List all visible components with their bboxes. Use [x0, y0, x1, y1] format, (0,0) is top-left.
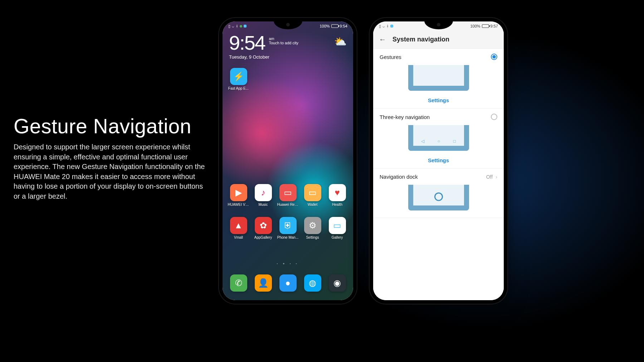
app-label: Fast App E... [228, 86, 249, 90]
option-gestures[interactable]: Gestures Settings [373, 49, 504, 109]
bluetooth-icon: ᚼ [386, 24, 389, 28]
app-phone-man-[interactable]: ⛨Phone Man... [277, 217, 299, 239]
home-key-icon: ○ [438, 139, 440, 144]
wallpaper [223, 21, 353, 300]
app-huawei-read[interactable]: ▭Huawei Read [277, 184, 299, 207]
status-time: 9:54 [340, 24, 347, 28]
headline: Gesture Navigation [14, 114, 207, 138]
status-chip-icon [390, 25, 393, 28]
body-text: Designed to support the larger screen ex… [14, 142, 207, 202]
app-settings[interactable]: ⚙Settings [302, 217, 323, 239]
phone-mockup-settings: ▯ ⌵ ᚼ 100% 9:57 ← System navigation Gest… [370, 18, 507, 304]
settings-title: System navigation [392, 36, 449, 43]
radio-unselected-icon[interactable] [491, 114, 497, 120]
health-icon: ♥ [329, 184, 346, 201]
option-label: Three-key navigation [380, 114, 430, 120]
fast-app-icon: ⚡ [230, 68, 247, 85]
app-label: Phone Man... [277, 235, 299, 239]
wallet-icon: ▭ [304, 184, 321, 201]
bluetooth-icon: ᚼ [236, 24, 238, 28]
gestures-illustration [408, 65, 469, 91]
app-wallet[interactable]: ▭Wallet [302, 184, 323, 207]
page-indicator: • ● • • [223, 262, 353, 265]
clock-ampm: am [269, 36, 274, 41]
app-appgallery[interactable]: ✿AppGallery [253, 217, 274, 239]
phone-mockup-home: ▯ ⌵ ᚼ 100% 9:54 9:54 am Touch to add cit… [219, 18, 357, 304]
weather-icon[interactable]: ⛅ [334, 33, 347, 48]
battery-percent: 100% [319, 24, 330, 28]
phone-man--icon: ⛨ [279, 217, 297, 234]
messages-icon: ● [279, 274, 297, 292]
battery-icon [482, 24, 489, 28]
status-time: 9:57 [491, 24, 498, 28]
app-label: Vmall [228, 235, 249, 239]
app-contacts[interactable]: 👤Contacts [253, 274, 274, 293]
back-button[interactable]: ← [379, 35, 386, 44]
option-label: Navigation dock [380, 174, 418, 180]
clock-date: Tuesday, 9 October [229, 54, 298, 60]
app-label: Huawei Read [277, 203, 299, 207]
home-apps-row1: ▶HUAWEI Vid...♪Music▭Huawei Read▭Wallet♥… [227, 184, 349, 207]
marketing-copy: Gesture Navigation Designed to support t… [14, 114, 207, 202]
threekey-settings-link[interactable]: Settings [380, 154, 497, 165]
sim-icon: ▯ [379, 24, 381, 29]
app-browser[interactable]: ◍Browser [302, 274, 323, 293]
gestures-settings-link[interactable]: Settings [380, 94, 497, 105]
vmall-icon: ▲ [230, 217, 247, 234]
browser-icon: ◍ [304, 274, 321, 292]
contacts-icon: 👤 [255, 274, 272, 292]
app-label: Wallet [302, 203, 323, 207]
app-messages[interactable]: ●Messages [277, 274, 299, 293]
status-chip-icon [244, 25, 247, 28]
back-key-icon: ◁ [421, 139, 424, 144]
option-nav-dock[interactable]: Navigation dock Off › [373, 169, 504, 218]
dock-value: Off [486, 174, 493, 180]
settings-icon: ⚙ [304, 217, 321, 234]
option-label: Gestures [380, 54, 401, 60]
sim-icon: ▯ [228, 24, 230, 29]
settings-header: ← System navigation [373, 31, 504, 49]
wifi-icon: ⌵ [382, 24, 385, 29]
home-apps-top: ⚡ Fast App E... [227, 68, 349, 90]
status-dot-icon [240, 25, 242, 28]
clock-time: 9:54 [229, 31, 265, 54]
app-health[interactable]: ♥Health [327, 184, 348, 207]
chevron-right-icon: › [494, 174, 497, 180]
option-three-key[interactable]: Three-key navigation ◁ ○ □ Settings [373, 109, 504, 169]
app-label: Health [327, 203, 348, 207]
huawei-vid--icon: ▶ [230, 184, 247, 201]
home-apps-row2: ▲Vmall✿AppGallery⛨Phone Man...⚙Settings▭… [227, 217, 349, 239]
clock-widget[interactable]: 9:54 am Touch to add city Tuesday, 9 Oct… [229, 33, 347, 60]
camera-icon: ◉ [329, 274, 346, 292]
music-icon: ♪ [255, 184, 272, 201]
app-phone[interactable]: ✆Phone [228, 274, 249, 293]
app-label: Music [253, 203, 274, 207]
battery-percent: 100% [470, 24, 480, 28]
app-gallery[interactable]: ▭Gallery [327, 217, 348, 239]
dock-illustration [408, 185, 469, 210]
huawei-read-icon: ▭ [279, 184, 297, 201]
phone-icon: ✆ [230, 274, 247, 292]
app-label: Settings [302, 235, 323, 239]
home-dock: ✆Phone👤Contacts●Messages◍Browser◉Camera [227, 274, 349, 293]
app-label: HUAWEI Vid... [228, 203, 249, 207]
three-key-illustration: ◁ ○ □ [408, 125, 469, 151]
gallery-icon: ▭ [329, 217, 346, 234]
wifi-icon: ⌵ [232, 24, 234, 29]
recents-key-icon: □ [453, 139, 456, 144]
battery-icon [331, 24, 338, 28]
app-label: AppGallery [253, 235, 274, 239]
radio-selected-icon[interactable] [491, 54, 497, 60]
appgallery-icon: ✿ [255, 217, 272, 234]
app-camera[interactable]: ◉Camera [327, 274, 348, 293]
app-music[interactable]: ♪Music [253, 184, 274, 207]
clock-hint: Touch to add city [269, 41, 298, 45]
app-fast-app[interactable]: ⚡ Fast App E... [228, 68, 249, 90]
app-label: Gallery [327, 235, 348, 239]
app-huawei-vid-[interactable]: ▶HUAWEI Vid... [228, 184, 249, 207]
app-vmall[interactable]: ▲Vmall [228, 217, 249, 239]
